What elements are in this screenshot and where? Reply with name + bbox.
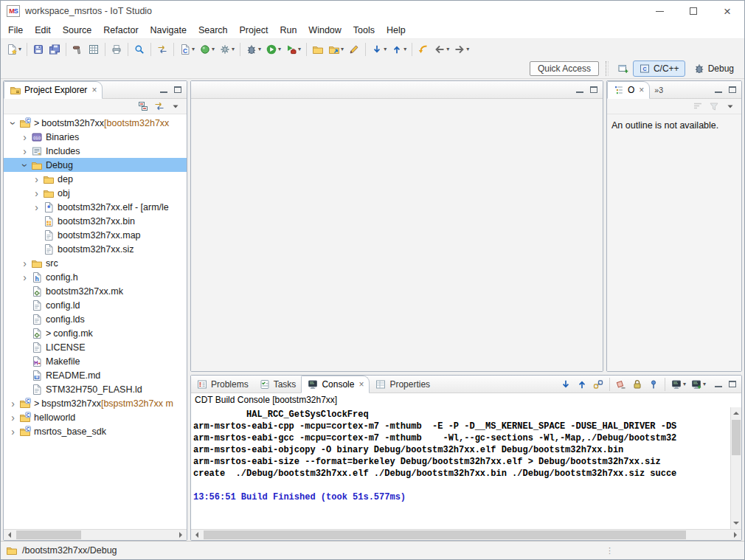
menu-source[interactable]: Source <box>57 23 98 38</box>
minimize-view-icon[interactable] <box>576 86 583 93</box>
dropdown-arrow-icon[interactable]: ▾ <box>192 46 195 52</box>
new-cpp-class-button[interactable]: ▾ <box>198 41 216 58</box>
collapse-arrow-icon[interactable]: › <box>20 160 30 170</box>
next-annotation-button[interactable]: ▾ <box>370 41 388 58</box>
expand-arrow-icon[interactable]: › <box>32 202 41 212</box>
expand-arrow-icon[interactable]: › <box>8 412 18 423</box>
menu-search[interactable]: Search <box>193 23 234 38</box>
save-all-button[interactable] <box>47 41 62 58</box>
maximize-view-icon[interactable] <box>729 86 736 93</box>
minimize-button[interactable] <box>642 1 676 21</box>
menu-file[interactable]: File <box>2 23 29 38</box>
close-button[interactable] <box>710 1 744 21</box>
console-vertical-scrollbar[interactable] <box>730 407 741 529</box>
scrollbar-track[interactable] <box>15 530 176 540</box>
tree-item-makefile[interactable]: Makefile <box>4 354 187 368</box>
dropdown-arrow-icon[interactable]: ▾ <box>298 46 301 52</box>
new-make-target-button[interactable]: ▾ <box>218 41 236 58</box>
show-previous-button[interactable] <box>575 376 589 393</box>
tab-tasks[interactable]: Tasks <box>254 376 302 393</box>
scroll-lock-button[interactable] <box>630 376 645 393</box>
dropdown-arrow-icon[interactable]: ▾ <box>258 46 261 52</box>
expand-arrow-icon[interactable]: › <box>20 132 30 142</box>
view-menu-button[interactable] <box>168 98 183 114</box>
tree-item-binaries[interactable]: ›010Binaries <box>4 130 187 144</box>
tree-item-bspstm32h7xx[interactable]: ›C>bspstm32h7xx [bspstm32h7xx m <box>4 396 187 410</box>
tab-overflow-indicator[interactable]: »3 <box>654 86 663 94</box>
save-button[interactable] <box>31 41 46 58</box>
minimize-view-icon[interactable] <box>715 381 722 387</box>
dropdown-arrow-icon[interactable]: ▾ <box>446 46 449 52</box>
tree-item-msrtos-base-sdk[interactable]: ›Cmsrtos_base_sdk <box>4 424 187 438</box>
menu-help[interactable]: Help <box>381 23 412 38</box>
tree-item-bootstm32h7xx-mk[interactable]: bootstm32h7xx.mk <box>4 284 187 298</box>
tree-item-includes[interactable]: ›Includes <box>4 144 187 158</box>
dropdown-arrow-icon[interactable]: ▾ <box>341 46 344 52</box>
perspective-cpp-button[interactable]: CC/C++ <box>633 61 685 77</box>
expand-arrow-icon[interactable]: › <box>20 258 30 269</box>
scrollbar-track[interactable] <box>202 530 730 540</box>
tab-project-explorer[interactable]: Project Explorer × <box>4 81 103 99</box>
maximize-view-icon[interactable] <box>590 86 597 93</box>
scroll-left-button[interactable] <box>191 530 202 540</box>
show-console-on-change-button[interactable] <box>591 376 606 393</box>
expand-arrow-icon[interactable]: › <box>8 426 18 437</box>
menu-project[interactable]: Project <box>234 23 274 38</box>
dropdown-arrow-icon[interactable]: ▾ <box>384 46 387 52</box>
tree-item-debug[interactable]: ›Debug <box>4 158 187 172</box>
last-edit-location-button[interactable] <box>416 41 431 58</box>
quick-access-button[interactable]: Quick Access <box>530 61 599 76</box>
scrollbar-thumb[interactable] <box>204 530 686 539</box>
expand-arrow-icon[interactable]: › <box>32 188 41 198</box>
mark-occurrences-button[interactable] <box>347 41 361 58</box>
scroll-down-button[interactable] <box>731 518 741 529</box>
explorer-horizontal-scrollbar[interactable] <box>4 529 187 540</box>
tab-console[interactable]: Console× <box>301 376 370 393</box>
tree-item-bootstm32h7xx-elf-arm-le[interactable]: ›*bootstm32h7xx.elf - [arm/le <box>4 200 187 214</box>
tree-item-helloworld[interactable]: ›Chelloworld <box>4 410 187 424</box>
display-selected-console-button[interactable]: ▾ <box>669 376 687 393</box>
view-menu-button[interactable] <box>723 98 738 114</box>
new-button[interactable]: ▾ <box>4 41 23 58</box>
menu-navigate[interactable]: Navigate <box>145 23 193 38</box>
dropdown-arrow-icon[interactable]: ▾ <box>18 46 21 52</box>
build-button[interactable] <box>70 41 85 58</box>
new-c-file-button[interactable]: C▾ <box>178 41 196 58</box>
tree-item-bootstm32h7xx-bin[interactable]: bootstm32h7xx.bin <box>4 214 187 228</box>
tree-item-src[interactable]: ›src <box>4 256 187 270</box>
back-button[interactable]: ▾ <box>432 41 451 58</box>
show-next-button[interactable] <box>558 376 573 393</box>
open-resource-button[interactable] <box>311 41 325 58</box>
tree-item-config-lds[interactable]: config.lds <box>4 312 187 326</box>
expand-arrow-icon[interactable]: › <box>20 146 30 156</box>
tree-item-bootstm32h7xx-siz[interactable]: bootstm32h7xx.siz <box>4 242 187 256</box>
menu-run[interactable]: Run <box>274 23 302 38</box>
menu-tools[interactable]: Tools <box>347 23 381 38</box>
menu-edit[interactable]: Edit <box>29 23 57 38</box>
tree-item-license[interactable]: LICENSE <box>4 340 187 354</box>
close-icon[interactable]: × <box>91 86 97 94</box>
maximize-view-icon[interactable] <box>729 381 736 387</box>
open-console-button[interactable]: ▾ <box>689 376 707 393</box>
minimize-view-icon[interactable] <box>160 86 167 93</box>
dropdown-arrow-icon[interactable]: ▾ <box>466 46 469 52</box>
scroll-right-button[interactable] <box>730 530 741 540</box>
link-with-editor-button[interactable] <box>152 98 167 114</box>
dropdown-arrow-icon[interactable]: ▾ <box>278 46 281 52</box>
expand-arrow-icon[interactable]: › <box>32 174 41 184</box>
toggle-source-header-button[interactable] <box>155 41 170 58</box>
menu-window[interactable]: Window <box>302 23 347 38</box>
tree-item-config-mk[interactable]: >config.mk <box>4 326 187 340</box>
collapse-arrow-icon[interactable]: › <box>8 118 18 128</box>
clear-console-button[interactable] <box>614 376 628 393</box>
tab-problems[interactable]: Problems <box>191 376 254 393</box>
debug-button[interactable]: ▾ <box>244 41 263 58</box>
previous-annotation-button[interactable]: ▾ <box>389 41 408 58</box>
tree-item-config-h[interactable]: ›hconfig.h <box>4 270 187 284</box>
collapse-all-button[interactable] <box>136 98 150 114</box>
scrollbar-thumb[interactable] <box>732 420 741 455</box>
expand-arrow-icon[interactable]: › <box>8 398 18 409</box>
print-button[interactable] <box>109 41 124 58</box>
console-horizontal-scrollbar[interactable] <box>191 529 741 540</box>
scroll-left-button[interactable] <box>4 530 15 540</box>
